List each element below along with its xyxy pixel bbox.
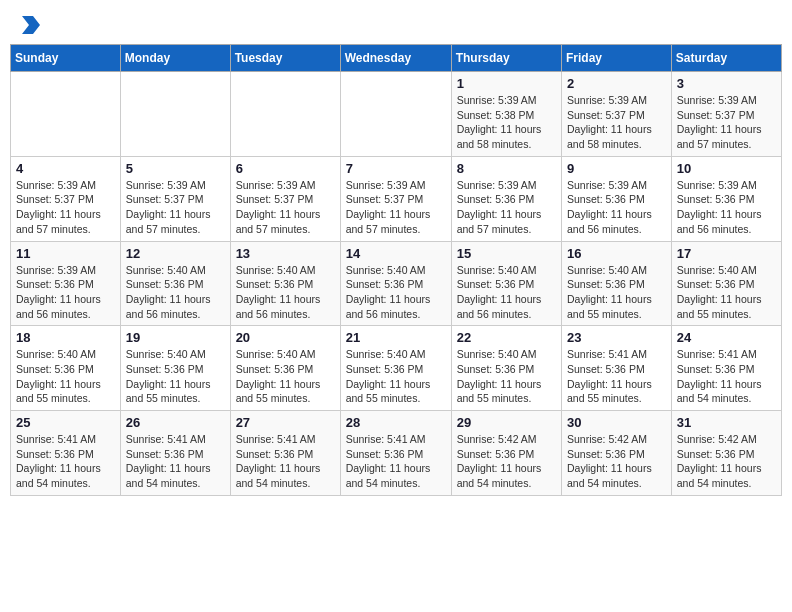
day-info: Sunrise: 5:39 AM Sunset: 5:37 PM Dayligh… bbox=[16, 178, 115, 237]
page-header bbox=[10, 10, 782, 38]
day-info: Sunrise: 5:40 AM Sunset: 5:36 PM Dayligh… bbox=[236, 347, 335, 406]
calendar-cell bbox=[230, 72, 340, 157]
column-header-wednesday: Wednesday bbox=[340, 45, 451, 72]
calendar-cell: 12Sunrise: 5:40 AM Sunset: 5:36 PM Dayli… bbox=[120, 241, 230, 326]
day-number: 2 bbox=[567, 76, 666, 91]
day-number: 5 bbox=[126, 161, 225, 176]
calendar-cell: 31Sunrise: 5:42 AM Sunset: 5:36 PM Dayli… bbox=[671, 411, 781, 496]
logo bbox=[20, 18, 40, 34]
calendar-cell: 11Sunrise: 5:39 AM Sunset: 5:36 PM Dayli… bbox=[11, 241, 121, 326]
calendar-cell: 26Sunrise: 5:41 AM Sunset: 5:36 PM Dayli… bbox=[120, 411, 230, 496]
calendar-cell: 29Sunrise: 5:42 AM Sunset: 5:36 PM Dayli… bbox=[451, 411, 561, 496]
calendar-week-row: 4Sunrise: 5:39 AM Sunset: 5:37 PM Daylig… bbox=[11, 156, 782, 241]
calendar-week-row: 11Sunrise: 5:39 AM Sunset: 5:36 PM Dayli… bbox=[11, 241, 782, 326]
calendar-week-row: 1Sunrise: 5:39 AM Sunset: 5:38 PM Daylig… bbox=[11, 72, 782, 157]
calendar-cell: 14Sunrise: 5:40 AM Sunset: 5:36 PM Dayli… bbox=[340, 241, 451, 326]
day-info: Sunrise: 5:39 AM Sunset: 5:36 PM Dayligh… bbox=[677, 178, 776, 237]
calendar-cell: 5Sunrise: 5:39 AM Sunset: 5:37 PM Daylig… bbox=[120, 156, 230, 241]
day-number: 21 bbox=[346, 330, 446, 345]
day-number: 26 bbox=[126, 415, 225, 430]
day-number: 25 bbox=[16, 415, 115, 430]
day-info: Sunrise: 5:40 AM Sunset: 5:36 PM Dayligh… bbox=[126, 263, 225, 322]
column-header-saturday: Saturday bbox=[671, 45, 781, 72]
day-number: 24 bbox=[677, 330, 776, 345]
day-info: Sunrise: 5:39 AM Sunset: 5:36 PM Dayligh… bbox=[457, 178, 556, 237]
calendar-cell: 3Sunrise: 5:39 AM Sunset: 5:37 PM Daylig… bbox=[671, 72, 781, 157]
calendar-table: SundayMondayTuesdayWednesdayThursdayFrid… bbox=[10, 44, 782, 496]
calendar-cell: 1Sunrise: 5:39 AM Sunset: 5:38 PM Daylig… bbox=[451, 72, 561, 157]
calendar-cell: 6Sunrise: 5:39 AM Sunset: 5:37 PM Daylig… bbox=[230, 156, 340, 241]
day-info: Sunrise: 5:42 AM Sunset: 5:36 PM Dayligh… bbox=[677, 432, 776, 491]
day-number: 12 bbox=[126, 246, 225, 261]
day-number: 20 bbox=[236, 330, 335, 345]
calendar-cell: 21Sunrise: 5:40 AM Sunset: 5:36 PM Dayli… bbox=[340, 326, 451, 411]
calendar-cell: 13Sunrise: 5:40 AM Sunset: 5:36 PM Dayli… bbox=[230, 241, 340, 326]
column-header-monday: Monday bbox=[120, 45, 230, 72]
day-info: Sunrise: 5:40 AM Sunset: 5:36 PM Dayligh… bbox=[236, 263, 335, 322]
calendar-cell: 22Sunrise: 5:40 AM Sunset: 5:36 PM Dayli… bbox=[451, 326, 561, 411]
calendar-cell bbox=[120, 72, 230, 157]
calendar-cell: 28Sunrise: 5:41 AM Sunset: 5:36 PM Dayli… bbox=[340, 411, 451, 496]
day-info: Sunrise: 5:42 AM Sunset: 5:36 PM Dayligh… bbox=[567, 432, 666, 491]
day-info: Sunrise: 5:39 AM Sunset: 5:37 PM Dayligh… bbox=[236, 178, 335, 237]
calendar-cell: 2Sunrise: 5:39 AM Sunset: 5:37 PM Daylig… bbox=[562, 72, 672, 157]
day-number: 11 bbox=[16, 246, 115, 261]
calendar-cell: 15Sunrise: 5:40 AM Sunset: 5:36 PM Dayli… bbox=[451, 241, 561, 326]
day-number: 15 bbox=[457, 246, 556, 261]
day-info: Sunrise: 5:41 AM Sunset: 5:36 PM Dayligh… bbox=[236, 432, 335, 491]
calendar-cell: 4Sunrise: 5:39 AM Sunset: 5:37 PM Daylig… bbox=[11, 156, 121, 241]
calendar-cell: 18Sunrise: 5:40 AM Sunset: 5:36 PM Dayli… bbox=[11, 326, 121, 411]
day-number: 23 bbox=[567, 330, 666, 345]
day-info: Sunrise: 5:41 AM Sunset: 5:36 PM Dayligh… bbox=[16, 432, 115, 491]
day-info: Sunrise: 5:41 AM Sunset: 5:36 PM Dayligh… bbox=[677, 347, 776, 406]
day-number: 17 bbox=[677, 246, 776, 261]
calendar-cell: 8Sunrise: 5:39 AM Sunset: 5:36 PM Daylig… bbox=[451, 156, 561, 241]
calendar-cell: 30Sunrise: 5:42 AM Sunset: 5:36 PM Dayli… bbox=[562, 411, 672, 496]
column-header-tuesday: Tuesday bbox=[230, 45, 340, 72]
day-info: Sunrise: 5:39 AM Sunset: 5:36 PM Dayligh… bbox=[16, 263, 115, 322]
day-number: 30 bbox=[567, 415, 666, 430]
day-number: 19 bbox=[126, 330, 225, 345]
day-info: Sunrise: 5:40 AM Sunset: 5:36 PM Dayligh… bbox=[677, 263, 776, 322]
day-number: 31 bbox=[677, 415, 776, 430]
day-info: Sunrise: 5:40 AM Sunset: 5:36 PM Dayligh… bbox=[346, 263, 446, 322]
day-number: 1 bbox=[457, 76, 556, 91]
day-number: 18 bbox=[16, 330, 115, 345]
day-number: 9 bbox=[567, 161, 666, 176]
day-info: Sunrise: 5:40 AM Sunset: 5:36 PM Dayligh… bbox=[346, 347, 446, 406]
day-number: 22 bbox=[457, 330, 556, 345]
day-info: Sunrise: 5:39 AM Sunset: 5:37 PM Dayligh… bbox=[677, 93, 776, 152]
calendar-cell: 7Sunrise: 5:39 AM Sunset: 5:37 PM Daylig… bbox=[340, 156, 451, 241]
column-header-sunday: Sunday bbox=[11, 45, 121, 72]
day-info: Sunrise: 5:39 AM Sunset: 5:37 PM Dayligh… bbox=[567, 93, 666, 152]
calendar-cell: 23Sunrise: 5:41 AM Sunset: 5:36 PM Dayli… bbox=[562, 326, 672, 411]
day-number: 4 bbox=[16, 161, 115, 176]
svg-marker-0 bbox=[22, 16, 40, 34]
day-number: 10 bbox=[677, 161, 776, 176]
column-header-thursday: Thursday bbox=[451, 45, 561, 72]
day-info: Sunrise: 5:40 AM Sunset: 5:36 PM Dayligh… bbox=[457, 263, 556, 322]
day-number: 27 bbox=[236, 415, 335, 430]
calendar-cell bbox=[340, 72, 451, 157]
logo-arrow-icon bbox=[22, 16, 40, 34]
calendar-header-row: SundayMondayTuesdayWednesdayThursdayFrid… bbox=[11, 45, 782, 72]
day-info: Sunrise: 5:40 AM Sunset: 5:36 PM Dayligh… bbox=[126, 347, 225, 406]
day-info: Sunrise: 5:40 AM Sunset: 5:36 PM Dayligh… bbox=[567, 263, 666, 322]
calendar-week-row: 25Sunrise: 5:41 AM Sunset: 5:36 PM Dayli… bbox=[11, 411, 782, 496]
calendar-week-row: 18Sunrise: 5:40 AM Sunset: 5:36 PM Dayli… bbox=[11, 326, 782, 411]
calendar-cell: 24Sunrise: 5:41 AM Sunset: 5:36 PM Dayli… bbox=[671, 326, 781, 411]
day-number: 3 bbox=[677, 76, 776, 91]
day-number: 28 bbox=[346, 415, 446, 430]
day-number: 14 bbox=[346, 246, 446, 261]
calendar-cell bbox=[11, 72, 121, 157]
day-info: Sunrise: 5:40 AM Sunset: 5:36 PM Dayligh… bbox=[457, 347, 556, 406]
calendar-cell: 17Sunrise: 5:40 AM Sunset: 5:36 PM Dayli… bbox=[671, 241, 781, 326]
calendar-cell: 25Sunrise: 5:41 AM Sunset: 5:36 PM Dayli… bbox=[11, 411, 121, 496]
day-info: Sunrise: 5:41 AM Sunset: 5:36 PM Dayligh… bbox=[126, 432, 225, 491]
day-number: 7 bbox=[346, 161, 446, 176]
day-number: 13 bbox=[236, 246, 335, 261]
day-info: Sunrise: 5:39 AM Sunset: 5:38 PM Dayligh… bbox=[457, 93, 556, 152]
day-info: Sunrise: 5:41 AM Sunset: 5:36 PM Dayligh… bbox=[567, 347, 666, 406]
column-header-friday: Friday bbox=[562, 45, 672, 72]
day-number: 16 bbox=[567, 246, 666, 261]
